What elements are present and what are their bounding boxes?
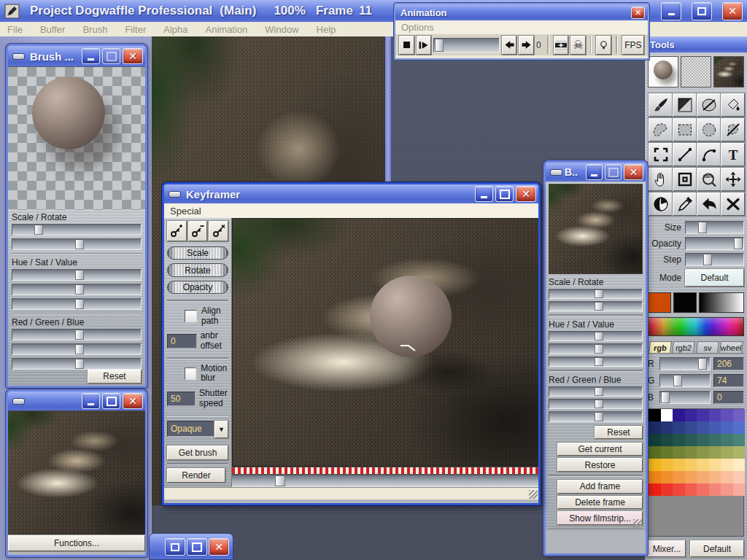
minimized-restore-button[interactable] xyxy=(165,538,185,556)
resize-grip[interactable] xyxy=(633,519,642,528)
keyframer-maximize-button[interactable] xyxy=(495,186,514,202)
tool-fill-bucket[interactable] xyxy=(721,93,745,117)
palette-swatch[interactable] xyxy=(733,459,746,471)
palette-swatch[interactable] xyxy=(721,471,733,483)
palette-swatch[interactable] xyxy=(721,483,733,496)
main-restore-button[interactable] xyxy=(692,2,712,20)
rollup-icon[interactable] xyxy=(169,191,181,198)
tool-curve[interactable] xyxy=(697,143,721,166)
blend-mode-dropdown-button[interactable]: ▼ xyxy=(214,421,228,438)
motion-blur-checkbox[interactable] xyxy=(185,368,196,380)
light-button[interactable] xyxy=(596,36,611,55)
minimized-maximize-button[interactable] xyxy=(187,538,207,556)
palette-swatch[interactable] xyxy=(697,483,709,496)
tool-erase-x[interactable] xyxy=(721,192,745,216)
keyframer-close-button[interactable]: ✕ xyxy=(516,186,536,202)
tool-rect-select[interactable] xyxy=(673,118,697,141)
tool-gradient-fill[interactable] xyxy=(673,93,697,117)
add-key-button[interactable] xyxy=(167,221,187,241)
menu-alpha[interactable]: Alpha xyxy=(163,24,187,35)
palette-swatch[interactable] xyxy=(721,421,733,434)
stop-button[interactable] xyxy=(399,36,414,55)
green-slider[interactable] xyxy=(12,343,142,355)
functions-maximize-button[interactable] xyxy=(102,393,120,409)
palette-swatch[interactable] xyxy=(697,471,709,483)
shutter-speed-input[interactable]: 50 xyxy=(167,392,196,406)
g-slider[interactable] xyxy=(659,374,711,387)
animation-menu-options[interactable]: Options xyxy=(401,22,434,33)
animation-titlebar[interactable]: Animation ✕ xyxy=(395,4,648,20)
palette-swatch[interactable] xyxy=(649,483,661,496)
palette-swatch[interactable] xyxy=(661,459,673,471)
rotate-slider[interactable] xyxy=(12,238,142,250)
opacity-mode-button[interactable]: Opacity xyxy=(167,281,228,294)
hue-gradient-strip[interactable] xyxy=(648,317,744,336)
buffer-maximize-button[interactable] xyxy=(605,164,622,180)
tool-zoom-100[interactable]: 100% xyxy=(697,168,721,191)
tab-rgb2[interactable]: rgb2 xyxy=(673,341,696,353)
scale-slider[interactable] xyxy=(549,289,643,299)
sat-slider[interactable] xyxy=(12,284,142,295)
buffer-minimize-button[interactable] xyxy=(586,164,603,180)
palette-swatch[interactable] xyxy=(685,421,697,434)
brush-minimize-button[interactable] xyxy=(82,48,100,64)
clear-keys-button[interactable] xyxy=(209,221,228,241)
palette-swatch[interactable] xyxy=(661,421,673,434)
palette-swatch[interactable] xyxy=(721,434,733,446)
get-brush-button[interactable]: Get brush xyxy=(167,446,228,460)
brush-maximize-button[interactable] xyxy=(102,48,120,64)
tools-titlebar[interactable]: Tools xyxy=(645,36,747,52)
palette-swatch[interactable] xyxy=(673,459,685,471)
g-value[interactable]: 74 xyxy=(713,374,744,387)
menu-filter[interactable]: Filter xyxy=(125,24,146,35)
render-button[interactable]: Render xyxy=(167,468,225,483)
palette-swatch[interactable] xyxy=(721,446,733,459)
rollup-icon[interactable] xyxy=(12,398,25,405)
delete-frame-button[interactable]: Delete frame xyxy=(557,496,643,510)
main-minimize-button[interactable] xyxy=(661,2,681,20)
brush-preview[interactable] xyxy=(8,66,145,210)
palette-swatch[interactable] xyxy=(733,471,746,483)
palette-swatch[interactable] xyxy=(649,409,661,421)
tool-sphere-mode[interactable] xyxy=(649,192,673,216)
value-gradient-strip[interactable] xyxy=(699,292,744,313)
tab-wheel[interactable]: wheel xyxy=(719,341,743,353)
palette-swatch[interactable] xyxy=(685,409,697,421)
minimized-close-button[interactable]: ✕ xyxy=(209,538,229,556)
palette-swatch[interactable] xyxy=(649,421,661,434)
palette-swatch[interactable] xyxy=(709,421,721,434)
tool-move[interactable] xyxy=(721,168,745,191)
functions-button[interactable]: Functions... xyxy=(8,535,145,551)
palette-swatch[interactable] xyxy=(673,471,685,483)
remove-key-button[interactable] xyxy=(188,221,208,241)
palette-swatch[interactable] xyxy=(697,421,709,434)
buffer-titlebar[interactable]: B.. ✕ xyxy=(546,163,646,182)
step-slider[interactable] xyxy=(685,253,744,266)
blue-slider[interactable] xyxy=(12,358,142,370)
scale-slider[interactable] xyxy=(12,224,142,236)
palette-swatch[interactable] xyxy=(733,409,746,421)
blend-mode-select[interactable]: Opaque xyxy=(167,421,214,437)
secondary-color-swatch[interactable] xyxy=(673,292,697,313)
menu-help[interactable]: Help xyxy=(317,24,336,35)
tool-color-picker[interactable] xyxy=(673,192,697,216)
tool-paintbrush[interactable] xyxy=(649,93,673,117)
keyframer-titlebar[interactable]: Keyframer ✕ xyxy=(164,184,538,203)
tool-gradient-ellipse[interactable] xyxy=(697,93,721,117)
r-value[interactable]: 206 xyxy=(713,357,744,370)
value-slider[interactable] xyxy=(12,298,142,310)
red-slider[interactable] xyxy=(12,329,142,341)
palette-swatch[interactable] xyxy=(733,421,746,434)
buffer-close-button[interactable]: ✕ xyxy=(624,164,643,180)
minimized-window-titlebar[interactable]: ✕ xyxy=(149,533,233,560)
add-frames-button[interactable] xyxy=(554,36,569,55)
animation-close-button[interactable]: ✕ xyxy=(631,7,645,19)
rotate-slider[interactable] xyxy=(549,301,643,311)
tool-crop[interactable] xyxy=(649,143,673,166)
tool-frame[interactable] xyxy=(673,168,697,191)
menu-brush[interactable]: Brush xyxy=(82,24,107,35)
palette-swatch[interactable] xyxy=(709,483,721,496)
palette-swatch[interactable] xyxy=(721,459,733,471)
palette-swatch[interactable] xyxy=(721,409,733,421)
rollup-icon[interactable] xyxy=(12,53,25,60)
